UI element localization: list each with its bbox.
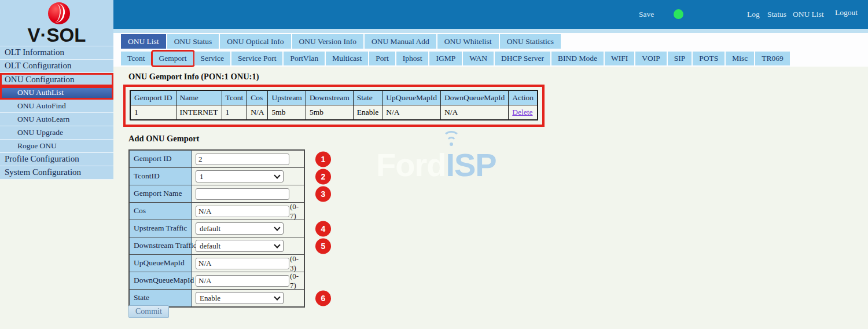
subtab-igmp[interactable]: IGMP (429, 52, 462, 65)
form-row-upstream-traffic: Upstream Trafficdefault4 (130, 220, 304, 237)
selected-option: default (200, 242, 220, 251)
tab-onu-statistics[interactable]: ONU Statistics (500, 34, 561, 49)
selected-option: default (200, 224, 220, 233)
commit-button[interactable]: Commit (128, 305, 169, 318)
subtab-tcont[interactable]: Tcont (121, 52, 152, 65)
tab-onu-version-info[interactable]: ONU Version Info (292, 34, 364, 49)
status-link[interactable]: Status (767, 10, 786, 19)
logout-button[interactable]: Logout (835, 8, 858, 17)
subtab-service[interactable]: Service (194, 52, 230, 65)
chevron-down-icon (274, 224, 280, 231)
tab-onu-whitelist[interactable]: ONU Whitelist (437, 34, 499, 49)
form-row-gemport-name: Gemport Name3 (130, 185, 304, 202)
downstream-traffic-select[interactable]: default (196, 240, 284, 252)
subtab-voip[interactable]: VOIP (635, 52, 667, 65)
topbar: Save Log Status ONU List Logout (113, 0, 868, 29)
state-select[interactable]: Enable (196, 292, 284, 304)
vsol-olt-page: { "branding": { "logo_text": "V·SOL" }, … (0, 0, 868, 329)
tab-onu-status[interactable]: ONU Status (167, 34, 219, 49)
subtab-misc[interactable]: Misc (726, 52, 754, 65)
gemport-name-input[interactable] (196, 188, 289, 200)
selected-option: Enable (200, 294, 220, 303)
column-header-action: Action (509, 90, 538, 105)
header-divider-strip (113, 29, 868, 33)
cell-downstream: 5mb (306, 105, 353, 120)
sidebar-item-onu-autofind[interactable]: ONU AutoFind (0, 100, 113, 113)
gemport-info-annotation-box: Gemport IDNameTcontCosUpstreamDownstream… (123, 85, 545, 127)
gemport-info-title: ONU Gemport Info (PON:1 ONU:1) (128, 72, 259, 82)
column-header-upstream: Upstream (268, 90, 306, 105)
field-value-tcontid: 1 (192, 168, 304, 185)
table-row: 1INTERNET1N/A5mb5mbEnableN/AN/ADelete (130, 105, 538, 120)
onu-list-link[interactable]: ONU List (793, 10, 824, 19)
column-header-tcont: Tcont (222, 90, 247, 105)
chevron-down-icon (274, 294, 280, 300)
logo: V·SOL (0, 0, 113, 46)
annotation-badge-5: 5 (315, 238, 331, 254)
status-dot-icon (674, 9, 683, 19)
form-row-downstream-traffic: Downstream Trafficdefault5 (130, 237, 304, 254)
sidebar-item-olt-configuration[interactable]: OLT Configuration (0, 60, 113, 73)
field-label-downstream-traffic: Downstream Traffic (130, 237, 192, 254)
column-header-gemport-id: Gemport ID (130, 90, 176, 105)
field-value-gemport-name (192, 185, 304, 202)
delete-link[interactable]: Delete (512, 108, 532, 116)
subtab-pots[interactable]: POTS (693, 52, 724, 65)
table-header-row: Gemport IDNameTcontCosUpstreamDownstream… (130, 90, 538, 105)
add-gemport-form: Gemport ID1TcontID12Gemport Name3Cos(0-7… (128, 149, 305, 308)
range-hint: (0-7) (290, 272, 304, 290)
column-header-cos: Cos (247, 90, 268, 105)
gemport-id-input[interactable] (196, 153, 289, 165)
sidebar-item-onu-authlist[interactable]: ONU AuthList (0, 86, 113, 100)
subtab-dhcp-server[interactable]: DHCP Server (495, 52, 550, 65)
field-value-upqueuemapid: (0-3) (192, 255, 304, 272)
logo-wordmark: V·SOL (0, 24, 113, 46)
upqueuemapid-input[interactable] (196, 258, 289, 269)
subtab-multicast[interactable]: Multicast (326, 52, 368, 65)
column-header-downstream: Downstream (306, 90, 353, 105)
sidebar-item-onu-configuration[interactable]: ONU Configuration (0, 73, 113, 86)
subtab-sip[interactable]: SIP (668, 52, 692, 65)
field-value-downqueuemapid: (0-7) (192, 272, 304, 289)
subtab-wifi[interactable]: WIFI (605, 52, 634, 65)
cell-cos: N/A (247, 105, 268, 120)
sidebar-item-profile-configuration[interactable]: Profile Configuration (0, 153, 113, 166)
form-row-cos: Cos(0-7) (130, 202, 304, 220)
tab-onu-list[interactable]: ONU List (121, 34, 166, 49)
sidebar-item-system-configuration[interactable]: System Configuration (0, 166, 113, 180)
subtab-service-port[interactable]: Service Port (231, 52, 282, 65)
save-button[interactable]: Save (639, 10, 654, 19)
primary-tabs: ONU ListONU StatusONU Optical InfoONU Ve… (121, 34, 868, 49)
upstream-traffic-select[interactable]: default (196, 222, 284, 235)
sidebar-item-onu-upgrade[interactable]: ONU Upgrade (0, 126, 113, 140)
form-row-tcontid: TcontID12 (130, 167, 304, 185)
cell-tcont: 1 (222, 105, 247, 120)
log-link[interactable]: Log (747, 10, 760, 19)
annotation-badge-1: 1 (315, 151, 331, 167)
range-hint: (0-3) (290, 254, 304, 273)
subtab-bind-mode[interactable]: BIND Mode (551, 52, 604, 65)
field-value-upstream-traffic: default (192, 220, 304, 237)
cell-upqueuemapid: N/A (382, 105, 441, 120)
field-label-upstream-traffic: Upstream Traffic (130, 220, 192, 237)
tcontid-select[interactable]: 1 (196, 170, 284, 182)
column-header-upqueuemapid: UpQueueMapId (382, 90, 441, 105)
subtab-iphost[interactable]: Iphost (396, 52, 429, 65)
cell-downqueuemapid: N/A (441, 105, 509, 120)
subtab-tr069[interactable]: TR069 (755, 52, 790, 65)
subtab-wan[interactable]: WAN (463, 52, 494, 65)
field-value-gemport-id (192, 151, 304, 167)
sidebar-item-olt-information[interactable]: OLT Information (0, 46, 113, 60)
subtab-portvlan[interactable]: PortVlan (284, 52, 325, 65)
tab-onu-manual-add[interactable]: ONU Manual Add (365, 34, 436, 49)
subtab-port[interactable]: Port (369, 52, 395, 65)
column-header-downqueuemapid: DownQueueMapId (441, 90, 509, 105)
tab-onu-optical-info[interactable]: ONU Optical Info (220, 34, 290, 49)
subtab-gemport[interactable]: Gemport (153, 52, 193, 65)
watermark-accent-text: ISP (446, 146, 496, 184)
form-row-gemport-id: Gemport ID1 (130, 151, 304, 167)
sidebar-item-rogue-onu[interactable]: Rogue ONU (0, 140, 113, 153)
sidebar-item-onu-autolearn[interactable]: ONU AutoLearn (0, 113, 113, 126)
downqueuemapid-input[interactable] (196, 275, 289, 287)
cos-input[interactable] (196, 206, 289, 217)
